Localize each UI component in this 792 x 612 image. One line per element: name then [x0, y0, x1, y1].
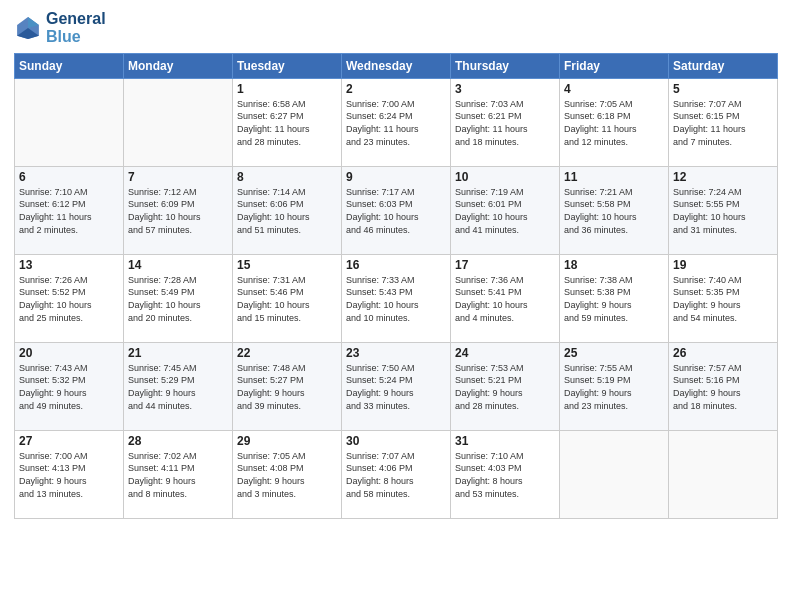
day-info: Sunrise: 7:50 AM Sunset: 5:24 PM Dayligh… — [346, 362, 446, 412]
calendar-cell — [15, 78, 124, 166]
day-number: 15 — [237, 258, 337, 272]
day-info: Sunrise: 7:02 AM Sunset: 4:11 PM Dayligh… — [128, 450, 228, 500]
day-info: Sunrise: 7:00 AM Sunset: 6:24 PM Dayligh… — [346, 98, 446, 148]
calendar-cell — [560, 430, 669, 518]
day-info: Sunrise: 7:24 AM Sunset: 5:55 PM Dayligh… — [673, 186, 773, 236]
day-info: Sunrise: 7:45 AM Sunset: 5:29 PM Dayligh… — [128, 362, 228, 412]
calendar-cell: 12Sunrise: 7:24 AM Sunset: 5:55 PM Dayli… — [669, 166, 778, 254]
calendar-cell: 17Sunrise: 7:36 AM Sunset: 5:41 PM Dayli… — [451, 254, 560, 342]
calendar-cell: 16Sunrise: 7:33 AM Sunset: 5:43 PM Dayli… — [342, 254, 451, 342]
day-info: Sunrise: 7:21 AM Sunset: 5:58 PM Dayligh… — [564, 186, 664, 236]
day-info: Sunrise: 7:57 AM Sunset: 5:16 PM Dayligh… — [673, 362, 773, 412]
day-number: 28 — [128, 434, 228, 448]
day-number: 24 — [455, 346, 555, 360]
day-info: Sunrise: 7:00 AM Sunset: 4:13 PM Dayligh… — [19, 450, 119, 500]
day-info: Sunrise: 7:31 AM Sunset: 5:46 PM Dayligh… — [237, 274, 337, 324]
day-info: Sunrise: 7:28 AM Sunset: 5:49 PM Dayligh… — [128, 274, 228, 324]
calendar-cell: 15Sunrise: 7:31 AM Sunset: 5:46 PM Dayli… — [233, 254, 342, 342]
calendar-cell: 8Sunrise: 7:14 AM Sunset: 6:06 PM Daylig… — [233, 166, 342, 254]
day-number: 27 — [19, 434, 119, 448]
day-info: Sunrise: 7:12 AM Sunset: 6:09 PM Dayligh… — [128, 186, 228, 236]
calendar-cell: 27Sunrise: 7:00 AM Sunset: 4:13 PM Dayli… — [15, 430, 124, 518]
weekday-header-saturday: Saturday — [669, 53, 778, 78]
calendar-cell: 5Sunrise: 7:07 AM Sunset: 6:15 PM Daylig… — [669, 78, 778, 166]
calendar-cell: 30Sunrise: 7:07 AM Sunset: 4:06 PM Dayli… — [342, 430, 451, 518]
day-info: Sunrise: 7:03 AM Sunset: 6:21 PM Dayligh… — [455, 98, 555, 148]
day-info: Sunrise: 7:05 AM Sunset: 4:08 PM Dayligh… — [237, 450, 337, 500]
day-number: 22 — [237, 346, 337, 360]
calendar-cell: 26Sunrise: 7:57 AM Sunset: 5:16 PM Dayli… — [669, 342, 778, 430]
calendar-cell: 13Sunrise: 7:26 AM Sunset: 5:52 PM Dayli… — [15, 254, 124, 342]
day-number: 4 — [564, 82, 664, 96]
calendar-cell — [669, 430, 778, 518]
calendar-cell: 23Sunrise: 7:50 AM Sunset: 5:24 PM Dayli… — [342, 342, 451, 430]
day-number: 25 — [564, 346, 664, 360]
day-number: 21 — [128, 346, 228, 360]
day-info: Sunrise: 7:05 AM Sunset: 6:18 PM Dayligh… — [564, 98, 664, 148]
day-number: 2 — [346, 82, 446, 96]
day-info: Sunrise: 7:33 AM Sunset: 5:43 PM Dayligh… — [346, 274, 446, 324]
day-number: 13 — [19, 258, 119, 272]
calendar-week-2: 6Sunrise: 7:10 AM Sunset: 6:12 PM Daylig… — [15, 166, 778, 254]
day-number: 16 — [346, 258, 446, 272]
calendar-cell: 4Sunrise: 7:05 AM Sunset: 6:18 PM Daylig… — [560, 78, 669, 166]
day-number: 14 — [128, 258, 228, 272]
day-info: Sunrise: 7:53 AM Sunset: 5:21 PM Dayligh… — [455, 362, 555, 412]
calendar-week-4: 20Sunrise: 7:43 AM Sunset: 5:32 PM Dayli… — [15, 342, 778, 430]
day-number: 7 — [128, 170, 228, 184]
day-info: Sunrise: 7:38 AM Sunset: 5:38 PM Dayligh… — [564, 274, 664, 324]
day-info: Sunrise: 7:10 AM Sunset: 6:12 PM Dayligh… — [19, 186, 119, 236]
calendar-cell: 22Sunrise: 7:48 AM Sunset: 5:27 PM Dayli… — [233, 342, 342, 430]
calendar-cell: 14Sunrise: 7:28 AM Sunset: 5:49 PM Dayli… — [124, 254, 233, 342]
day-number: 11 — [564, 170, 664, 184]
weekday-header-sunday: Sunday — [15, 53, 124, 78]
day-number: 1 — [237, 82, 337, 96]
calendar-header-row: SundayMondayTuesdayWednesdayThursdayFrid… — [15, 53, 778, 78]
calendar-cell: 11Sunrise: 7:21 AM Sunset: 5:58 PM Dayli… — [560, 166, 669, 254]
day-number: 6 — [19, 170, 119, 184]
calendar-cell: 20Sunrise: 7:43 AM Sunset: 5:32 PM Dayli… — [15, 342, 124, 430]
day-info: Sunrise: 7:07 AM Sunset: 4:06 PM Dayligh… — [346, 450, 446, 500]
day-info: Sunrise: 7:19 AM Sunset: 6:01 PM Dayligh… — [455, 186, 555, 236]
day-info: Sunrise: 7:07 AM Sunset: 6:15 PM Dayligh… — [673, 98, 773, 148]
calendar-cell: 25Sunrise: 7:55 AM Sunset: 5:19 PM Dayli… — [560, 342, 669, 430]
day-info: Sunrise: 7:48 AM Sunset: 5:27 PM Dayligh… — [237, 362, 337, 412]
weekday-header-thursday: Thursday — [451, 53, 560, 78]
calendar-cell: 3Sunrise: 7:03 AM Sunset: 6:21 PM Daylig… — [451, 78, 560, 166]
day-info: Sunrise: 7:26 AM Sunset: 5:52 PM Dayligh… — [19, 274, 119, 324]
day-info: Sunrise: 7:40 AM Sunset: 5:35 PM Dayligh… — [673, 274, 773, 324]
calendar-cell: 31Sunrise: 7:10 AM Sunset: 4:03 PM Dayli… — [451, 430, 560, 518]
day-info: Sunrise: 7:36 AM Sunset: 5:41 PM Dayligh… — [455, 274, 555, 324]
calendar-cell: 18Sunrise: 7:38 AM Sunset: 5:38 PM Dayli… — [560, 254, 669, 342]
day-info: Sunrise: 7:14 AM Sunset: 6:06 PM Dayligh… — [237, 186, 337, 236]
logo-text: General Blue — [46, 10, 106, 47]
day-number: 31 — [455, 434, 555, 448]
logo-icon — [14, 14, 42, 42]
weekday-header-monday: Monday — [124, 53, 233, 78]
day-info: Sunrise: 7:10 AM Sunset: 4:03 PM Dayligh… — [455, 450, 555, 500]
day-info: Sunrise: 7:43 AM Sunset: 5:32 PM Dayligh… — [19, 362, 119, 412]
calendar-cell: 21Sunrise: 7:45 AM Sunset: 5:29 PM Dayli… — [124, 342, 233, 430]
day-number: 17 — [455, 258, 555, 272]
day-number: 10 — [455, 170, 555, 184]
day-number: 9 — [346, 170, 446, 184]
page-container: General Blue SundayMondayTuesdayWednesda… — [0, 0, 792, 527]
day-number: 20 — [19, 346, 119, 360]
calendar-cell — [124, 78, 233, 166]
calendar-cell: 24Sunrise: 7:53 AM Sunset: 5:21 PM Dayli… — [451, 342, 560, 430]
calendar-week-5: 27Sunrise: 7:00 AM Sunset: 4:13 PM Dayli… — [15, 430, 778, 518]
weekday-header-wednesday: Wednesday — [342, 53, 451, 78]
day-number: 18 — [564, 258, 664, 272]
weekday-header-friday: Friday — [560, 53, 669, 78]
calendar-cell: 29Sunrise: 7:05 AM Sunset: 4:08 PM Dayli… — [233, 430, 342, 518]
day-number: 29 — [237, 434, 337, 448]
day-number: 12 — [673, 170, 773, 184]
calendar-week-1: 1Sunrise: 6:58 AM Sunset: 6:27 PM Daylig… — [15, 78, 778, 166]
calendar-cell: 9Sunrise: 7:17 AM Sunset: 6:03 PM Daylig… — [342, 166, 451, 254]
day-number: 19 — [673, 258, 773, 272]
calendar-cell: 28Sunrise: 7:02 AM Sunset: 4:11 PM Dayli… — [124, 430, 233, 518]
day-info: Sunrise: 7:17 AM Sunset: 6:03 PM Dayligh… — [346, 186, 446, 236]
logo: General Blue — [14, 10, 106, 47]
day-number: 23 — [346, 346, 446, 360]
calendar-cell: 2Sunrise: 7:00 AM Sunset: 6:24 PM Daylig… — [342, 78, 451, 166]
